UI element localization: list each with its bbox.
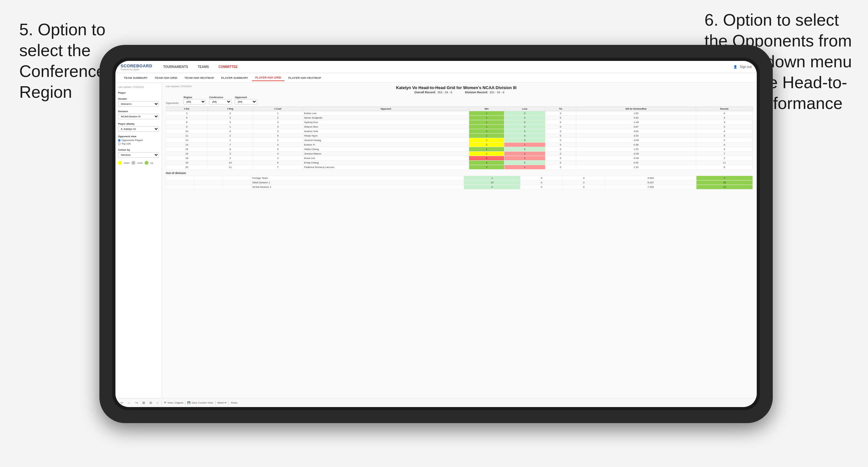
cell-tie: 0 xyxy=(545,165,576,169)
table-row: 14 7 4 Eunice Yi 2 2 0 0.38 9 xyxy=(166,143,753,147)
cell-rounds: 7 xyxy=(696,152,753,156)
colour-by-select[interactable]: Win/loss xyxy=(118,152,159,158)
cell-rounds: 3 xyxy=(696,116,753,120)
cell-out-conf xyxy=(222,176,251,181)
table-body: 3 3 1 Esther Lee 1 0 0 1.50 4 5 2 2 Alex… xyxy=(166,111,753,169)
cell-div: 3 xyxy=(166,111,208,116)
zoom-out-button[interactable]: ⊟ xyxy=(148,400,153,405)
out-of-division-table: Foreign Team 1 0 0 4.500 2 NAIA Division… xyxy=(166,176,753,189)
cell-rounds: 4 xyxy=(696,111,753,116)
cell-out-loss: 0 xyxy=(520,176,563,181)
logo-area: SCOREBOARD Powered by clippd xyxy=(121,63,152,70)
grid-last-updated: Last Updated: 27/03/2024 xyxy=(166,85,192,88)
records-row: Overall Record: 353 - 34 - 6 Division Re… xyxy=(166,91,753,94)
cell-out-win: 15 xyxy=(464,181,520,185)
filter-region-select[interactable]: (All) xyxy=(183,99,206,104)
save-custom-label[interactable]: 💾 Save Custom View xyxy=(187,401,213,404)
filter-conference-group: Conference (All) xyxy=(209,96,231,104)
gender-select[interactable]: Women's xyxy=(118,101,159,107)
cell-loss: 0 xyxy=(504,120,546,125)
bottom-toolbar: ↩ ← ↪ ⊞ ⊟ ○ 👁 View: Original 💾 Save Cust… xyxy=(116,398,757,407)
cell-conf: 5 xyxy=(253,147,303,152)
cell-out-reg xyxy=(194,185,222,189)
cell-out-div xyxy=(166,181,194,185)
player-rank-select[interactable]: 8. Katelyn Vo xyxy=(118,126,159,132)
back-button[interactable]: ← xyxy=(126,400,132,405)
sign-out-link[interactable]: Sign out xyxy=(740,65,752,69)
cell-out-div xyxy=(166,185,194,189)
refresh-button[interactable]: ○ xyxy=(155,400,160,405)
cell-win: 2 xyxy=(469,143,504,147)
cell-reg: 1 xyxy=(208,125,253,129)
cell-out-win: 5 xyxy=(464,185,520,189)
cell-opponent: Jessica Huang xyxy=(303,138,469,143)
cell-win: 1 xyxy=(469,111,504,116)
cell-opponent: Heejo Hyun xyxy=(303,134,469,138)
zoom-in-button[interactable]: ⊞ xyxy=(141,400,146,405)
view-original-label[interactable]: 👁 View: Original xyxy=(164,401,183,404)
filter-conference-select[interactable]: (All) xyxy=(209,99,231,104)
cell-conf: 1 xyxy=(253,138,303,143)
nav-teams[interactable]: TEAMS xyxy=(193,64,214,70)
legend-label-up: Up xyxy=(150,162,153,164)
legend-dot-level xyxy=(131,161,135,165)
radio-top-100[interactable]: Top 100 xyxy=(118,142,159,145)
player-rank-label: Player (Rank) xyxy=(118,122,159,125)
cell-win: 1 xyxy=(469,138,504,143)
filter-conference-label: Conference xyxy=(209,96,231,99)
cell-win: 1 xyxy=(469,152,504,156)
sub-nav-player-h2h-heatmap[interactable]: PLAYER H2H HEATMAP xyxy=(285,75,324,81)
cell-loss: 0 xyxy=(504,147,546,152)
cell-diff: 0.38 xyxy=(576,143,696,147)
cell-conf: 3 xyxy=(253,129,303,134)
radio-opponents-played[interactable]: Opponents Played xyxy=(118,139,159,142)
cell-out-tie: 0 xyxy=(563,185,605,189)
cell-opponent: Eunice Yi xyxy=(303,143,469,147)
cell-diff: 4.00 xyxy=(576,129,696,134)
watch-label[interactable]: Watch ▾ xyxy=(217,401,227,404)
nav-tournaments[interactable]: TOURNAMENTS xyxy=(159,64,193,70)
radio-top-100-input[interactable] xyxy=(118,143,121,145)
sub-nav-player-summary[interactable]: PLAYER SUMMARY xyxy=(218,75,251,81)
legend-label-down: Down xyxy=(124,162,129,164)
last-updated-section: Last Updated: 27/03/2024 xyxy=(118,86,159,88)
sub-nav-team-h2h-heatmap[interactable]: TEAM H2H HEATMAP xyxy=(181,75,217,81)
cell-diff: 1.33 xyxy=(576,165,696,169)
cell-out-loss: 0 xyxy=(520,185,563,189)
cell-conf: 2 xyxy=(253,156,303,161)
cell-div: 11 xyxy=(166,134,208,138)
radio-opponents-played-input[interactable] xyxy=(118,139,121,142)
cell-tie: 0 xyxy=(545,156,576,161)
cell-opponent: Esther Lee xyxy=(303,111,469,116)
cell-loss: 1 xyxy=(504,165,546,169)
nav-committee[interactable]: COMMITTEE xyxy=(214,64,242,70)
overall-record-value: 353 - 34 - 6 xyxy=(437,91,452,94)
cell-tie: 0 xyxy=(545,143,576,147)
cell-div: 18 xyxy=(166,156,208,161)
cell-loss: 0 xyxy=(504,138,546,143)
sub-nav-team-summary[interactable]: TEAM SUMMARY xyxy=(121,75,151,81)
col-loss: Loss xyxy=(504,107,546,111)
redo-button[interactable]: ↪ xyxy=(134,400,139,405)
table-row: 11 2 5 Heejo Hyun 1 0 0 3.33 3 xyxy=(166,134,753,138)
cell-conf: 2 xyxy=(253,116,303,120)
share-label[interactable]: Share xyxy=(230,401,237,404)
cell-rounds: 9 xyxy=(696,143,753,147)
cell-div: 13 xyxy=(166,138,208,143)
cell-conf: 4 xyxy=(253,152,303,156)
colour-legend: Down Level Up xyxy=(118,161,159,165)
tablet-screen: SCOREBOARD Powered by clippd TOURNAMENTS… xyxy=(116,61,757,407)
division-select[interactable]: NCAA Division III xyxy=(118,114,159,119)
cell-div: 15 xyxy=(166,147,208,152)
sub-nav-team-h2h-grid[interactable]: TEAM H2H GRID xyxy=(151,75,181,81)
sub-nav-player-h2h-grid[interactable]: PLAYER H2H GRID xyxy=(252,75,284,81)
col-diff: Diff Av Strokes/Rnd xyxy=(576,107,696,111)
filter-region-label: Region xyxy=(183,96,206,99)
filter-opponent-select[interactable]: (All) xyxy=(235,99,257,104)
nav-right: 👤 Sign out xyxy=(733,65,752,69)
table-row: 5 2 2 Alexis Sudjianto 1 0 0 4.00 3 xyxy=(166,116,753,120)
cell-diff: -0.94 xyxy=(576,152,696,156)
undo-button[interactable]: ↩ xyxy=(119,400,124,405)
cell-opponent: Stella Cheng xyxy=(303,147,469,152)
save-icon: 💾 xyxy=(187,401,190,404)
